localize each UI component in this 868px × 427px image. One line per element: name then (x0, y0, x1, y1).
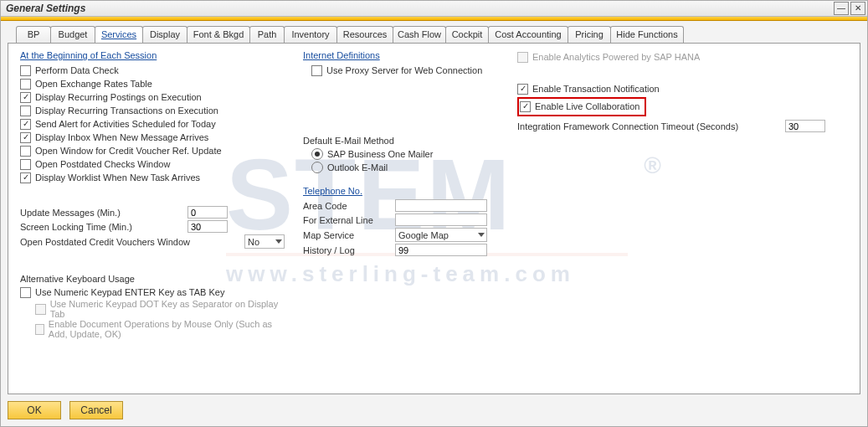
hana-label: Enable Analytics Powered by SAP HANA (532, 52, 700, 62)
session-check-label-1: Open Exchange Rates Table (35, 79, 152, 89)
session-header: At the Beginning of Each Session (20, 50, 288, 60)
tab-path[interactable]: Path (249, 26, 285, 43)
timeout-input[interactable] (785, 120, 825, 132)
transaction-notif-checkbox[interactable] (517, 84, 528, 95)
session-check-4[interactable] (20, 119, 31, 130)
map-service-select[interactable]: Google Map (395, 228, 487, 242)
proxy-checkbox[interactable] (311, 65, 322, 76)
session-check-3[interactable] (20, 105, 31, 116)
alt-check-2 (35, 324, 44, 335)
live-collab-highlight: Enable Live Collaboration (517, 97, 646, 116)
alt-keyboard-header: Alternative Keyboard Usage (20, 274, 288, 284)
session-check-label-2: Display Recurring Postings on Execution (35, 92, 202, 102)
accent-bar (1, 17, 867, 21)
tab-inventory[interactable]: Inventory (284, 26, 337, 43)
external-line-label: For External Line (303, 215, 395, 225)
close-button[interactable]: ✕ (850, 2, 865, 15)
telephone-header: Telephone No. (303, 186, 512, 196)
session-check-7[interactable] (20, 159, 31, 170)
tabstrip: BPBudgetServicesDisplayFont & BkgdPathIn… (16, 26, 867, 43)
session-check-1[interactable] (20, 79, 31, 90)
live-collab-label: Enable Live Collaboration (535, 101, 639, 111)
history-log-label: History / Log (303, 245, 395, 255)
postdated-label: Open Postdated Credit Vouchers Window (20, 237, 244, 247)
tab-cash-flow[interactable]: Cash Flow (393, 26, 446, 43)
tab-bp[interactable]: BP (16, 26, 51, 43)
window-title: General Settings (1, 3, 834, 14)
session-check-label-4: Send Alert for Activities Scheduled for … (35, 119, 216, 129)
alt-check-0[interactable] (20, 287, 31, 298)
email-radio-label-0: SAP Business One Mailer (327, 149, 433, 159)
alt-check-label-2: Enable Document Operations by Mouse Only… (49, 319, 288, 339)
tab-font-bkgd[interactable]: Font & Bkgd (187, 26, 250, 43)
postdated-select[interactable]: No (244, 234, 285, 249)
session-check-0[interactable] (20, 65, 31, 76)
update-messages-label: Update Messages (Min.) (20, 208, 187, 218)
alt-check-1 (35, 304, 46, 315)
history-log-input[interactable] (395, 244, 487, 256)
screen-lock-input[interactable] (187, 220, 228, 233)
area-code-label: Area Code (303, 201, 395, 211)
services-panel: STEM www.sterling-team.com ® At the Begi… (8, 43, 860, 394)
area-code-input[interactable] (395, 199, 487, 212)
map-service-label: Map Service (303, 230, 395, 240)
ok-button[interactable]: OK (8, 401, 61, 419)
session-check-label-5: Display Inbox When New Message Arrives (35, 132, 208, 142)
session-check-label-0: Perform Data Check (35, 65, 119, 75)
session-check-label-8: Display Worklist When New Task Arrives (35, 172, 200, 183)
tab-cost-accounting[interactable]: Cost Accounting (488, 26, 568, 43)
tab-services[interactable]: Services (95, 26, 143, 43)
proxy-label: Use Proxy Server for Web Connection (326, 65, 482, 75)
session-check-5[interactable] (20, 132, 31, 143)
tab-pricing[interactable]: Pricing (568, 26, 611, 43)
alt-check-label-1: Use Numeric Keypad DOT Key as Separator … (50, 299, 288, 319)
email-header: Default E-Mail Method (303, 136, 512, 146)
external-line-input[interactable] (395, 214, 487, 226)
email-radio-0[interactable] (311, 148, 323, 160)
alt-check-label-0: Use Numeric Keypad ENTER Key as TAB Key (35, 287, 224, 297)
session-check-6[interactable] (20, 146, 31, 157)
session-check-2[interactable] (20, 92, 31, 103)
session-check-label-6: Open Window for Credit Voucher Ref. Upda… (35, 146, 222, 156)
internet-header: Internet Definitions (303, 50, 512, 60)
screen-lock-label: Screen Locking Time (Min.) (20, 222, 187, 232)
tab-budget[interactable]: Budget (50, 26, 95, 43)
live-collab-checkbox[interactable] (520, 101, 531, 112)
minimize-button[interactable]: — (834, 2, 849, 15)
timeout-label: Integration Framework Connection Timeout… (517, 121, 785, 131)
tab-resources[interactable]: Resources (336, 26, 393, 43)
cancel-button[interactable]: Cancel (69, 401, 123, 419)
chevron-down-icon (478, 233, 485, 237)
update-messages-input[interactable] (187, 206, 228, 219)
session-check-8[interactable] (20, 172, 31, 183)
tab-display[interactable]: Display (142, 26, 187, 43)
transaction-notif-label: Enable Transaction Notification (532, 84, 660, 94)
hana-checkbox (517, 52, 528, 63)
session-check-label-3: Display Recurring Transactions on Execut… (35, 105, 218, 116)
email-radio-label-1: Outlook E-Mail (327, 162, 388, 172)
session-check-label-7: Open Postdated Checks Window (35, 159, 170, 169)
chevron-down-icon (275, 239, 282, 244)
tab-cockpit[interactable]: Cockpit (445, 26, 489, 43)
email-radio-1[interactable] (311, 162, 323, 173)
tab-hide-functions[interactable]: Hide Functions (610, 26, 684, 43)
